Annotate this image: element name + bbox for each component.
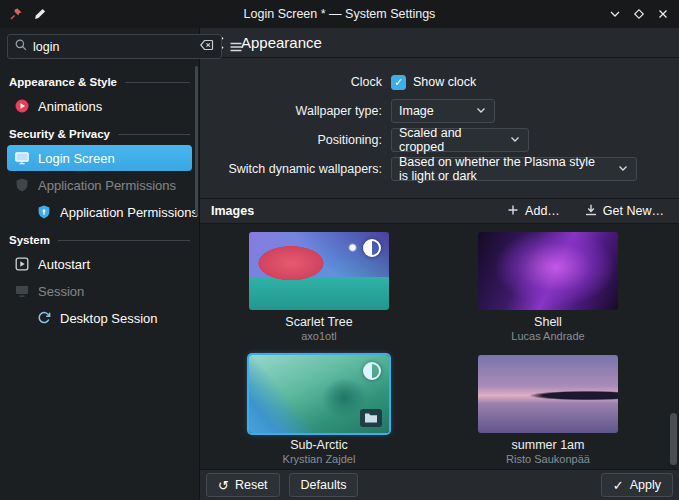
pin-icon[interactable] bbox=[9, 7, 23, 21]
app-body: Appearance & Style Animations Security &… bbox=[0, 28, 679, 500]
dynamic-wallpapers-label: Switch dynamic wallpapers: bbox=[214, 162, 382, 176]
wallpaper-author: Lucas Andrade bbox=[511, 330, 584, 342]
sidebar-item-label: Animations bbox=[38, 99, 102, 114]
wallpaper-item-shell[interactable]: Shell Lucas Andrade bbox=[473, 232, 623, 342]
sidebar-item-session-parent[interactable]: Session bbox=[7, 278, 192, 304]
maximize-icon[interactable] bbox=[632, 7, 646, 21]
menu-button[interactable] bbox=[228, 34, 244, 59]
add-button-label: Add… bbox=[525, 204, 560, 218]
chevron-down-icon[interactable] bbox=[608, 7, 622, 21]
positioning-select[interactable]: Scaled and cropped bbox=[391, 128, 529, 152]
wallpaper-item-sub-arctic[interactable]: Sub-Arctic Krystian Zajdel bbox=[244, 355, 394, 465]
search-box bbox=[7, 34, 222, 59]
sidebar: Appearance & Style Animations Security &… bbox=[0, 28, 200, 500]
wallpaper-grid: Scarlet Tree axo1otl Shell Lucas Andrade bbox=[200, 224, 679, 469]
get-new-button-label: Get New… bbox=[603, 204, 664, 218]
divider bbox=[118, 134, 190, 135]
show-clock-checkbox[interactable] bbox=[391, 75, 406, 90]
sidebar-item-label: Autostart bbox=[38, 257, 90, 272]
page-title: Appearance bbox=[241, 34, 322, 51]
session-icon bbox=[14, 283, 30, 299]
titlebar-left bbox=[9, 7, 47, 21]
wallpaper-item-scarlet-tree[interactable]: Scarlet Tree axo1otl bbox=[244, 232, 394, 342]
check-icon: ✓ bbox=[613, 479, 624, 492]
wallpaper-type-row: Wallpaper type: Image bbox=[214, 99, 665, 123]
defaults-button-label: Defaults bbox=[301, 478, 347, 492]
wallpaper-thumbnail-selected[interactable] bbox=[249, 355, 389, 433]
plus-icon bbox=[506, 203, 520, 220]
positioning-row: Positioning: Scaled and cropped bbox=[214, 128, 665, 152]
open-folder-button[interactable] bbox=[360, 409, 382, 427]
content-scrollbar[interactable] bbox=[670, 413, 677, 465]
sidebar-item-login-screen[interactable]: Login Screen bbox=[7, 145, 192, 171]
close-icon[interactable] bbox=[656, 7, 670, 21]
reset-button-label: Reset bbox=[235, 478, 268, 492]
dynamic-wallpapers-row: Switch dynamic wallpapers: Based on whet… bbox=[214, 157, 665, 181]
light-dark-variant-icon bbox=[363, 362, 381, 380]
sidebar-item-desktop-session[interactable]: Desktop Session bbox=[29, 305, 192, 331]
select-value: Scaled and cropped bbox=[399, 126, 499, 154]
light-dark-variant-icon bbox=[363, 239, 381, 257]
chevron-down-icon bbox=[475, 104, 487, 119]
nav-section-system: System bbox=[9, 234, 190, 246]
apply-button-label: Apply bbox=[630, 478, 661, 492]
edit-pen-icon[interactable] bbox=[33, 7, 47, 21]
restart-circle-icon bbox=[36, 310, 52, 326]
wallpaper-thumbnail[interactable] bbox=[249, 232, 389, 310]
sidebar-item-label: Application Permissions bbox=[60, 205, 198, 220]
sidebar-nav: Appearance & Style Animations Security &… bbox=[0, 65, 199, 500]
clock-label: Clock bbox=[214, 75, 382, 89]
reset-button[interactable]: ↺ Reset bbox=[206, 473, 280, 497]
sidebar-item-label: Login Screen bbox=[38, 151, 115, 166]
monitor-icon bbox=[14, 150, 30, 166]
divider bbox=[58, 240, 190, 241]
nav-section-label: System bbox=[9, 234, 50, 246]
undo-icon: ↺ bbox=[218, 479, 229, 492]
defaults-button[interactable]: Defaults bbox=[289, 473, 359, 497]
wallpaper-thumbnail[interactable] bbox=[478, 232, 618, 310]
clock-row: Clock Show clock bbox=[214, 70, 665, 94]
nav-section-appearance-style: Appearance & Style bbox=[9, 76, 190, 88]
wallpaper-thumbnail[interactable] bbox=[478, 355, 618, 433]
sidebar-scrollbar[interactable] bbox=[195, 66, 198, 216]
system-settings-window: Login Screen * — System Settings Appeara… bbox=[0, 0, 679, 500]
wallpaper-title: Shell bbox=[534, 315, 562, 329]
select-value: Based on whether the Plasma style is lig… bbox=[399, 155, 607, 183]
animations-icon bbox=[14, 98, 30, 114]
wallpaper-title: Scarlet Tree bbox=[285, 315, 352, 329]
sidebar-item-animations[interactable]: Animations bbox=[7, 93, 192, 119]
autostart-icon bbox=[14, 256, 30, 272]
nav-section-label: Appearance & Style bbox=[9, 76, 117, 88]
footer-bar: ↺ Reset Defaults ✓ Apply bbox=[200, 469, 679, 500]
apply-button[interactable]: ✓ Apply bbox=[601, 473, 673, 497]
sidebar-item-label: Application Permissions bbox=[38, 178, 176, 193]
wallpaper-author: Risto Saukonpää bbox=[506, 453, 590, 465]
add-button[interactable]: Add… bbox=[502, 201, 564, 222]
dynamic-wallpapers-select[interactable]: Based on whether the Plasma style is lig… bbox=[391, 157, 637, 181]
chevron-down-icon bbox=[509, 133, 521, 148]
wallpaper-title: Sub-Arctic bbox=[290, 438, 348, 452]
search-input[interactable] bbox=[33, 40, 194, 54]
sidebar-item-application-permissions[interactable]: Application Permissions bbox=[29, 199, 192, 225]
titlebar: Login Screen * — System Settings bbox=[0, 0, 679, 28]
search-icon bbox=[14, 38, 28, 55]
sidebar-item-autostart[interactable]: Autostart bbox=[7, 251, 192, 277]
wallpaper-author: Krystian Zajdel bbox=[283, 453, 356, 465]
positioning-label: Positioning: bbox=[214, 133, 382, 147]
get-new-button[interactable]: Get New… bbox=[580, 201, 668, 222]
wallpaper-item-summer-1am[interactable]: summer 1am Risto Saukonpää bbox=[473, 355, 623, 465]
wallpaper-title: summer 1am bbox=[512, 438, 585, 452]
nav-section-label: Security & Privacy bbox=[9, 128, 110, 140]
show-clock-label: Show clock bbox=[413, 75, 476, 89]
clear-search-icon[interactable] bbox=[199, 37, 215, 56]
download-icon bbox=[584, 203, 598, 220]
divider bbox=[125, 82, 190, 83]
wallpaper-type-select[interactable]: Image bbox=[391, 99, 495, 123]
wallpaper-author: axo1otl bbox=[301, 330, 336, 342]
nav-section-security-privacy: Security & Privacy bbox=[9, 128, 190, 140]
sidebar-item-application-permissions-parent[interactable]: Application Permissions bbox=[7, 172, 192, 198]
shield-icon bbox=[14, 177, 30, 193]
sidebar-item-label: Session bbox=[38, 284, 84, 299]
shield-icon bbox=[36, 204, 52, 220]
titlebar-right bbox=[608, 7, 670, 21]
